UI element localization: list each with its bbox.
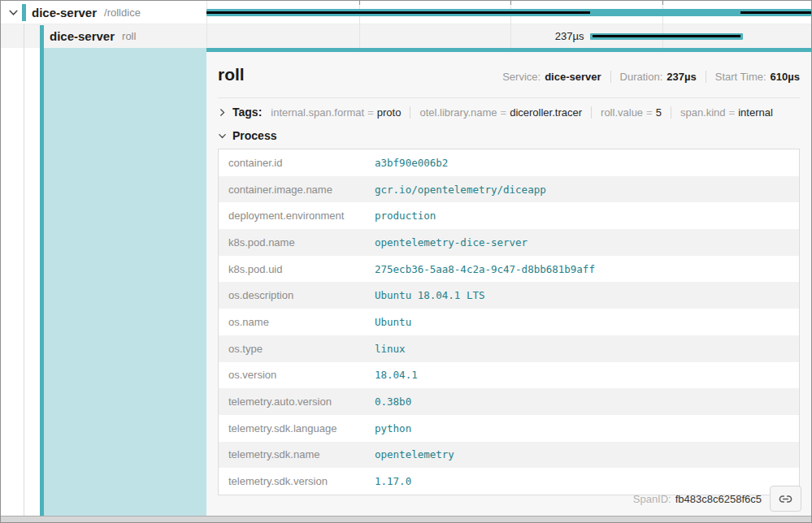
- indent-spacer: [1, 24, 40, 48]
- table-row: deployment.environmentproduction: [219, 202, 799, 229]
- separator: [610, 71, 611, 83]
- span-detail-panel: roll Service: dice-server Duration: 237µ…: [206, 48, 811, 517]
- table-row: telemetry.auto.version0.38b0: [219, 388, 799, 415]
- process-key: telemetry.sdk.language: [219, 422, 375, 434]
- process-key: container.image.name: [219, 184, 375, 196]
- process-key: os.description: [219, 289, 375, 301]
- tag-key: roll.value: [601, 106, 643, 119]
- tag-item: otel.library.name=diceroller.tracer: [419, 106, 582, 119]
- duration-label-zone: 237µs: [206, 24, 590, 48]
- service-name: dice-server: [32, 6, 97, 19]
- span-summary: Service: dice-server Duration: 237µs Sta…: [502, 71, 800, 83]
- process-value: 18.04.1: [375, 369, 418, 381]
- gridline: [662, 1, 663, 48]
- equals-sign: =: [501, 106, 507, 119]
- deep-link-button[interactable]: [770, 486, 801, 512]
- tags-label: Tags:: [232, 106, 262, 119]
- tag-items: internal.span.format=proto otel.library.…: [271, 106, 773, 119]
- tag-key: otel.library.name: [419, 106, 497, 119]
- process-value: python: [375, 422, 411, 434]
- span-name-cell: dice-server /rolldice: [1, 1, 206, 24]
- timeline-tick: [510, 1, 511, 5]
- process-value: opentelemetry: [375, 448, 454, 460]
- process-value: Ubuntu 18.04.1 LTS: [375, 289, 484, 301]
- process-key: telemetry.sdk.name: [219, 448, 375, 460]
- process-value: opentelemetry-dice-server: [375, 236, 528, 249]
- table-row: os.nameUbuntu: [219, 309, 799, 335]
- span-id-value: fb483c8c6258f6c5: [675, 493, 762, 505]
- table-row: k8s.pod.uid275ecb36-5aa8-4c2a-9c47-d8bb6…: [219, 256, 799, 283]
- span-id-label: SpanID:: [633, 493, 671, 505]
- duration-label: Duration:: [620, 71, 663, 83]
- process-attributes-table: container.ida3bf90e006b2 container.image…: [218, 149, 800, 495]
- process-value: 0.38b0: [375, 395, 411, 408]
- separator: [706, 71, 706, 83]
- critical-path-segment: [740, 11, 811, 14]
- span-duration-label: 237µs: [555, 30, 584, 42]
- process-key: os.name: [219, 316, 375, 328]
- process-key: os.type: [219, 343, 375, 355]
- separator: [410, 106, 410, 119]
- process-key: telemetry.auto.version: [219, 395, 375, 408]
- critical-path-segment: [593, 35, 740, 37]
- tag-value: diceroller.tracer: [510, 106, 582, 119]
- tag-value: proto: [377, 106, 402, 119]
- process-section-toggle[interactable]: Process: [218, 125, 800, 147]
- process-value: gcr.io/opentelemetry/diceapp: [375, 184, 546, 196]
- span-color-bar: [22, 4, 26, 21]
- span-detail-content: roll Service: dice-server Duration: 237µ…: [206, 52, 811, 517]
- critical-path-segment: [206, 11, 590, 14]
- bottom-scroll-band[interactable]: [1, 516, 811, 522]
- table-row: telemetry.sdk.nameopentelemetry: [219, 442, 799, 469]
- equals-sign: =: [367, 106, 374, 119]
- process-value: 1.17.0: [375, 475, 411, 487]
- tree-indent-guide: [24, 24, 24, 518]
- process-key: deployment.environment: [219, 210, 375, 222]
- detail-header: roll Service: dice-server Duration: 237µ…: [218, 52, 800, 93]
- span-name-cell: dice-server roll: [1, 24, 206, 48]
- table-row: os.version18.04.1: [219, 362, 799, 389]
- process-value: Ubuntu: [375, 316, 411, 328]
- operation-name: /rolldice: [104, 6, 141, 19]
- table-row: k8s.pod.nameopentelemetry-dice-server: [219, 229, 799, 256]
- jaeger-trace-detail-view: dice-server /rolldice dice-server roll 2…: [0, 0, 812, 523]
- process-key: os.version: [219, 369, 375, 381]
- duration-value: 237µs: [667, 71, 696, 83]
- process-key: k8s.pod.name: [219, 236, 375, 249]
- selected-span-fill: [44, 48, 206, 518]
- process-key: telemetry.sdk.version: [219, 475, 375, 487]
- span-footer: SpanID: fb483c8c6258f6c5: [633, 486, 801, 512]
- tag-value: internal: [738, 106, 773, 119]
- chevron-right-icon: [218, 108, 227, 117]
- separator: [671, 106, 671, 119]
- process-value: 275ecb36-5aa8-4c2a-9c47-d8bb681b9aff: [375, 263, 595, 275]
- process-value: production: [375, 210, 436, 222]
- process-key: container.id: [219, 157, 375, 169]
- process-value: linux: [375, 343, 406, 355]
- table-row: container.ida3bf90e006b2: [219, 149, 799, 176]
- service-label: Service:: [502, 71, 541, 83]
- equals-sign: =: [729, 106, 736, 119]
- span-operation-title: roll: [218, 65, 245, 84]
- operation-name: roll: [122, 30, 136, 42]
- table-row: container.image.namegcr.io/opentelemetry…: [219, 176, 799, 203]
- start-time-label: Start Time:: [715, 71, 766, 83]
- collapse-chevron-down-icon[interactable]: [4, 7, 22, 18]
- separator: [591, 106, 592, 119]
- chevron-down-icon: [218, 132, 227, 140]
- timeline-tick: [359, 1, 360, 5]
- start-time-value: 610µs: [771, 71, 800, 83]
- equals-sign: =: [646, 106, 653, 119]
- tags-section-toggle[interactable]: Tags: internal.span.format=proto otel.li…: [218, 98, 800, 125]
- service-value: dice-server: [545, 71, 601, 83]
- table-row: telemetry.sdk.languagepython: [219, 415, 799, 442]
- process-key: k8s.pod.uid: [219, 263, 375, 275]
- table-row: os.descriptionUbuntu 18.04.1 LTS: [219, 282, 799, 309]
- table-row: os.typelinux: [219, 335, 799, 362]
- tag-item: roll.value=5: [601, 106, 662, 119]
- process-label: Process: [232, 129, 276, 142]
- service-name: dice-server: [50, 29, 115, 43]
- link-icon: [779, 492, 792, 506]
- tag-key: span.kind: [680, 106, 726, 119]
- tag-item: internal.span.format=proto: [271, 106, 401, 119]
